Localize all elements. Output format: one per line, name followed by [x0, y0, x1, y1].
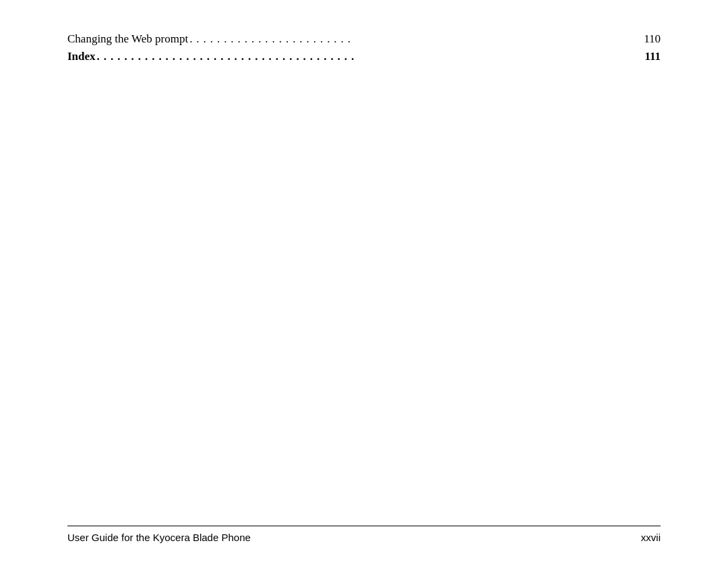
footer: User Guide for the Kyocera Blade Phone x…	[67, 526, 661, 543]
toc-entry-label-index: Index	[67, 50, 96, 63]
page-content: Changing the Web prompt . . . . . . . . …	[0, 0, 728, 562]
toc-entry-label: Changing the Web prompt	[67, 32, 188, 46]
toc-area: Changing the Web prompt . . . . . . . . …	[67, 0, 661, 63]
toc-row: Changing the Web prompt . . . . . . . . …	[67, 32, 661, 46]
toc-page-num-index: 111	[644, 50, 661, 63]
toc-dots-index: . . . . . . . . . . . . . . . . . . . . …	[97, 50, 644, 63]
footer-right: xxvii	[641, 532, 661, 543]
toc-dots: . . . . . . . . . . . . . . . . . . . . …	[189, 32, 642, 46]
footer-left: User Guide for the Kyocera Blade Phone	[67, 532, 251, 543]
toc-row-index: Index . . . . . . . . . . . . . . . . . …	[67, 50, 661, 63]
toc-page-num: 110	[644, 32, 661, 46]
